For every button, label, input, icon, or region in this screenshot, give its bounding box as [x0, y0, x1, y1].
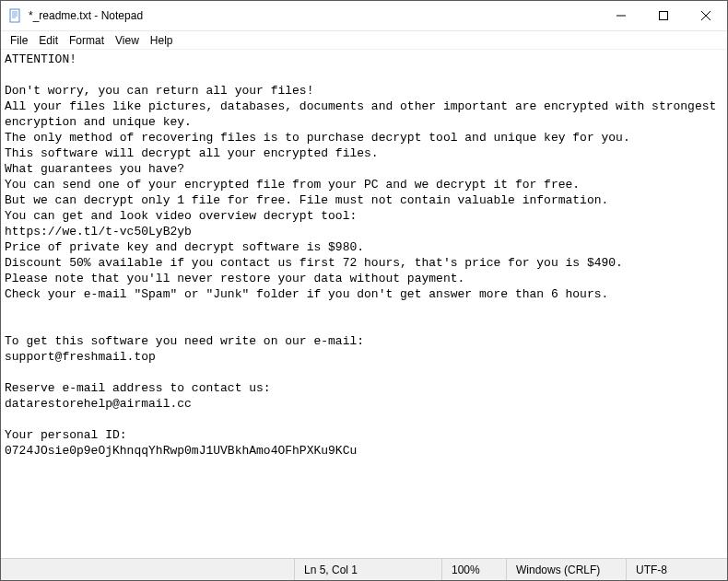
menu-view[interactable]: View: [110, 31, 145, 49]
notepad-window: *_readme.txt - Notepad File Edit Format …: [0, 0, 728, 581]
window-controls: [600, 1, 727, 30]
menu-edit[interactable]: Edit: [33, 31, 64, 49]
minimize-button[interactable]: [600, 1, 642, 30]
menu-file[interactable]: File: [5, 31, 33, 49]
menu-format[interactable]: Format: [64, 31, 110, 49]
titlebar[interactable]: *_readme.txt - Notepad: [1, 1, 727, 31]
close-button[interactable]: [685, 1, 727, 30]
status-position: Ln 5, Col 1: [294, 559, 441, 580]
menu-help[interactable]: Help: [145, 31, 179, 49]
status-eol: Windows (CRLF): [506, 559, 626, 580]
notepad-icon: [8, 8, 23, 23]
svg-rect-6: [660, 12, 668, 20]
text-editor[interactable]: ATTENTION! Don't worry, you can return a…: [1, 50, 727, 558]
status-zoom: 100%: [441, 559, 506, 580]
statusbar: Ln 5, Col 1 100% Windows (CRLF) UTF-8: [1, 558, 727, 580]
maximize-button[interactable]: [642, 1, 685, 30]
status-encoding: UTF-8: [626, 559, 727, 580]
window-title: *_readme.txt - Notepad: [29, 9, 600, 22]
menubar: File Edit Format View Help: [1, 31, 727, 50]
